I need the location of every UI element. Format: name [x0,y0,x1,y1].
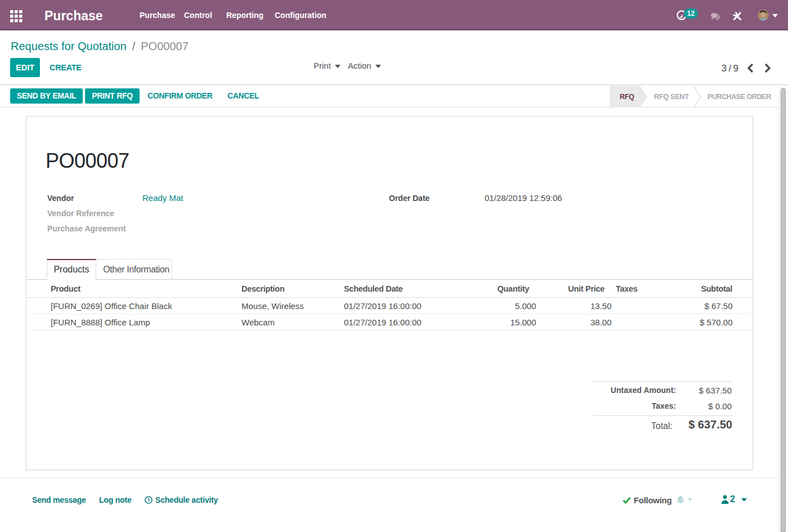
svg-text:RFQ: RFQ [620,93,634,101]
svg-text:PURCHASE ORDER: PURCHASE ORDER [708,93,771,101]
svg-text:RFQ SENT: RFQ SENT [654,93,689,101]
